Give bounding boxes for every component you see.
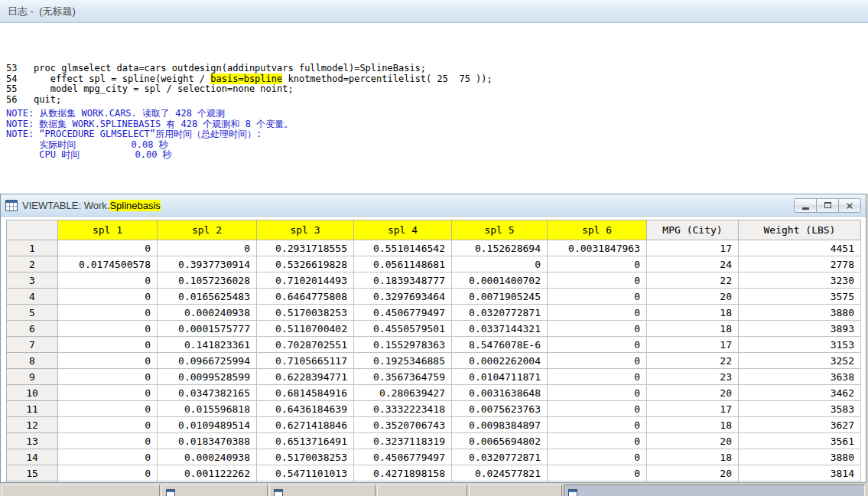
table-cell[interactable]: 0 [58,321,158,337]
window-bar-button[interactable] [269,485,375,496]
table-cell[interactable]: 0 [58,289,158,305]
row-number-cell[interactable]: 14 [7,449,58,465]
table-cell[interactable]: 0.5170038253 [257,449,354,465]
table-cell[interactable]: 0.1552978363 [354,337,452,353]
column-header[interactable]: spl 3 [257,220,354,240]
column-header[interactable]: spl 2 [158,220,257,240]
table-cell[interactable]: 8.5476078E-6 [452,337,548,353]
table-cell[interactable]: 0 [58,417,158,433]
table-cell[interactable]: 0.0337144321 [452,321,548,337]
table-cell[interactable]: 0.152628694 [452,240,548,256]
table-cell[interactable]: 3638 [739,369,861,385]
table-cell[interactable]: 0.0071905245 [452,289,548,305]
table-cell[interactable]: 0.0001400702 [452,272,548,289]
table-cell[interactable]: 0 [158,481,257,483]
table-cell[interactable]: 0.5110700402 [257,321,354,337]
table-cell[interactable]: 20 [647,465,739,481]
row-number-cell[interactable]: 2 [7,256,58,272]
table-cell[interactable]: 0.4575070844 [257,481,354,483]
table-cell[interactable]: 0.0561148681 [354,256,452,272]
table-cell[interactable]: 0.024577821 [452,465,548,481]
table-cell[interactable]: 0.1925346885 [354,353,452,369]
table-cell[interactable]: 4451 [739,240,861,256]
table-cell[interactable]: 0 [58,401,158,417]
row-number-cell[interactable]: 3 [7,272,58,289]
table-cell[interactable]: 0 [548,401,647,417]
table-cell[interactable]: 0.3567364759 [354,369,452,385]
table-cell[interactable]: 20 [647,289,739,305]
table-cell[interactable]: 0 [58,337,158,353]
table-cell[interactable]: 0.0104711871 [452,369,548,385]
viewtable-grid[interactable]: spl 1 spl 2 spl 3 spl 4 spl 5 spl 6 MPG … [1,217,866,482]
table-cell[interactable]: 0.3237118319 [354,433,452,449]
table-cell[interactable]: 0.3937730914 [158,256,257,272]
table-cell[interactable]: 3462 [739,385,861,401]
log-window-titlebar[interactable]: 日志 - (无标题) [0,0,868,23]
table-cell[interactable]: 0.0002262004 [452,353,548,369]
table-cell[interactable]: 3230 [739,272,861,289]
table-cell[interactable]: 0.4909676283 [354,481,452,483]
row-number-cell[interactable]: 4 [7,289,58,305]
table-cell[interactable]: 0 [548,417,647,433]
row-number-cell[interactable]: 6 [7,321,58,337]
table-cell[interactable]: 0.000240938 [158,305,257,321]
table-cell[interactable]: 23 [647,369,739,385]
row-number-cell[interactable]: 11 [7,401,58,417]
table-cell[interactable]: 0.0165625483 [158,289,257,305]
table-cell[interactable]: 0 [58,240,158,256]
table-cell[interactable]: 0.4271898158 [354,465,452,481]
table-cell[interactable]: 0.280639427 [354,385,452,401]
table-cell[interactable]: 0 [58,369,158,385]
table-cell[interactable]: 0.0174500578 [58,256,158,272]
table-cell[interactable]: 18 [647,481,739,483]
table-cell[interactable]: 0 [58,353,158,369]
table-cell[interactable]: 0 [58,305,158,321]
window-bar-button[interactable] [161,485,268,496]
column-header[interactable]: spl 4 [354,220,452,240]
table-cell[interactable]: 0.000240938 [158,449,257,465]
table-cell[interactable]: 0 [58,385,158,401]
table-cell[interactable]: 0 [548,353,647,369]
table-cell[interactable]: 0 [548,465,647,481]
table-cell[interactable]: 3252 [739,353,861,369]
close-button[interactable]: × [838,198,861,213]
table-cell[interactable]: 18 [647,449,739,465]
table-cell[interactable]: 3561 [739,433,861,449]
table-cell[interactable]: 0.4550579501 [354,321,452,337]
row-number-cell[interactable]: 8 [7,353,58,369]
table-cell[interactable]: 0.0065694802 [452,433,548,449]
table-cell[interactable]: 17 [647,337,739,353]
table-cell[interactable]: 3575 [739,289,861,305]
table-cell[interactable]: 0 [58,481,158,483]
table-cell[interactable]: 0 [548,321,647,337]
table-cell[interactable]: 0.0183470388 [158,433,257,449]
table-cell[interactable]: 0.6513716491 [257,433,354,449]
table-cell[interactable]: 22 [647,272,739,289]
table-cell[interactable]: 0 [548,272,647,289]
corner-header-cell[interactable] [7,220,58,240]
table-cell[interactable]: 0.141823361 [158,337,257,353]
table-cell[interactable]: 0.015596818 [158,401,257,417]
table-cell[interactable]: 0.6228394771 [257,369,354,385]
row-number-cell[interactable]: 16 [7,481,58,483]
table-cell[interactable]: 0.5326619828 [257,256,354,272]
window-bar-button[interactable] [377,485,467,496]
row-number-cell[interactable]: 10 [7,385,58,401]
table-cell[interactable]: 0.001122262 [158,465,257,481]
table-cell[interactable]: 24 [647,256,739,272]
table-cell[interactable]: 0.7028702551 [257,337,354,353]
window-bar-button[interactable] [469,485,562,496]
table-cell[interactable]: 20 [647,385,739,401]
window-bar-button[interactable] [2,485,160,496]
row-number-cell[interactable]: 1 [7,240,58,256]
column-header[interactable]: spl 6 [548,220,647,240]
table-cell[interactable]: 0.3332223418 [354,401,452,417]
table-cell[interactable]: 0.0320772871 [452,449,548,465]
table-cell[interactable]: 3880 [739,449,861,465]
table-cell[interactable]: 0.0099528599 [158,369,257,385]
table-cell[interactable]: 0.0098384897 [452,417,548,433]
table-cell[interactable]: 0.7105665117 [257,353,354,369]
table-cell[interactable]: 17 [647,401,739,417]
table-cell[interactable]: 0 [548,369,647,385]
table-cell[interactable]: 0.1839348777 [354,272,452,289]
